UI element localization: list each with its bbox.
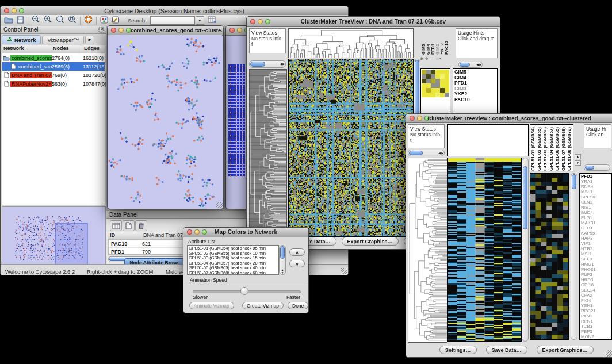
gene-label[interactable]: YRA1 (581, 179, 610, 184)
tab-network[interactable]: Network (2, 35, 41, 44)
scroll-left-icon[interactable]: ◀ (476, 63, 479, 66)
dna-status-hscrollbar[interactable]: ◀▶ (249, 60, 286, 68)
mini-tool-icon[interactable]: ↕ (436, 56, 438, 62)
minimize-icon[interactable] (118, 28, 124, 33)
scroll-right-icon[interactable]: ▶ (282, 63, 285, 66)
attribute-list-item[interactable]: GPL51-02 (GSM855) heat shock 10 min (189, 251, 277, 256)
zoom-fit-icon[interactable] (68, 15, 76, 26)
matrix-cell[interactable] (426, 74, 431, 79)
gene-label[interactable]: PUF3 (581, 272, 610, 277)
row-dendrogram-canvas[interactable] (249, 69, 287, 237)
matrix-cell[interactable] (435, 93, 440, 97)
gene-label[interactable]: PAN1 (581, 313, 610, 319)
matrix-cell[interactable] (426, 70, 431, 74)
col-network[interactable]: Network (2, 45, 51, 53)
mini-tool-icon[interactable]: ▪ (439, 56, 441, 62)
gene-label[interactable]: RPN1 (581, 319, 610, 324)
help-lifebuoy-icon[interactable] (84, 15, 93, 26)
close-icon[interactable] (230, 28, 235, 33)
annotation-icon[interactable] (112, 16, 120, 26)
network-tree-row[interactable]: DNA and Tran 07769(0)183728(0) (2, 71, 105, 79)
move-down-button[interactable]: ∨ (289, 260, 305, 267)
matrix-cell[interactable] (422, 88, 426, 93)
scroll-thumb[interactable] (585, 166, 594, 170)
gene-label[interactable]: RNR4 (581, 184, 610, 189)
dense-network-canvas[interactable] (228, 64, 247, 177)
network-tree-row[interactable]: RNAPuberNov2+563(0)107847(0) (2, 79, 105, 88)
network-titlebar[interactable]: combined_scores_good.txt--cluste... (108, 26, 223, 36)
matrix-cell[interactable] (431, 70, 435, 74)
gene-label[interactable]: HMG1 (581, 262, 610, 267)
gene-label[interactable]: YSH1 (581, 303, 610, 308)
search-dropdown-button[interactable]: ▼ (196, 16, 204, 25)
scroll-down-icon[interactable]: ▼ (575, 160, 581, 166)
matrix-cell[interactable] (435, 79, 440, 83)
col-edges[interactable]: Edges (82, 45, 105, 53)
network-tree-row[interactable]: combined_sco2569(6)13112(15) (2, 62, 105, 71)
search-input[interactable] (150, 16, 195, 25)
matrix-cell[interactable] (431, 93, 435, 97)
zoom-vscrollbar[interactable] (571, 173, 577, 340)
scroll-thumb[interactable] (460, 63, 470, 67)
scroll-right-icon[interactable]: ▶ (479, 63, 481, 66)
gene-label[interactable]: SPC98 (581, 194, 610, 200)
zoom-out-icon[interactable] (32, 15, 40, 26)
done-button[interactable]: Done (288, 302, 308, 309)
float-panel-icon[interactable] (98, 27, 104, 34)
matrix-cell[interactable] (435, 83, 440, 88)
matrix-cell[interactable] (431, 79, 435, 83)
zoom-in-icon[interactable] (44, 15, 52, 26)
dna-genes-hscrollbar[interactable]: ◀▶ (458, 62, 483, 68)
matrix-cell[interactable] (445, 74, 449, 79)
resize-grip[interactable] (341, 268, 347, 274)
resize-grip[interactable] (606, 350, 612, 357)
gene-label[interactable]: MAK31 (581, 220, 610, 225)
matrix-cell[interactable] (422, 70, 426, 74)
attribute-list-item[interactable]: GPL51-06 (GSM865) heat shock 40 min (189, 266, 277, 271)
attribute-list-item[interactable]: GPL51-03 (GSM856) heat shock 15 min (189, 256, 277, 261)
matrix-cell[interactable] (422, 83, 426, 88)
gene-label[interactable]: KAP95 (581, 231, 610, 236)
zoom-matrix[interactable] (422, 70, 449, 97)
open-file-icon[interactable] (4, 16, 13, 26)
combined-settings-button[interactable]: Settings… (439, 346, 477, 354)
scroll-thumb[interactable] (572, 174, 576, 189)
mini-tool-icon[interactable]: ↔ (430, 56, 434, 62)
gene-label[interactable]: GPI16 (581, 282, 610, 288)
matrix-cell[interactable] (435, 70, 440, 74)
row-dendrogram-canvas[interactable] (408, 158, 447, 343)
scroll-down-icon[interactable]: ▼ (281, 271, 284, 274)
combined-status-hscrollbar[interactable]: ◀▶ (408, 150, 445, 156)
attribute-browser-icon[interactable] (208, 16, 216, 26)
matrix-cell[interactable] (445, 88, 449, 93)
matrix-cell[interactable] (445, 83, 449, 88)
matrix-cell[interactable] (440, 88, 445, 93)
gene-label[interactable]: PHO81 (581, 267, 610, 272)
scroll-right-icon[interactable]: ▶ (441, 152, 443, 155)
matrix-cell[interactable] (431, 88, 435, 93)
scroll-left-icon[interactable]: ◀ (438, 152, 441, 155)
attribute-list-item[interactable]: GPL51-01 (GSM854) heat shock 05 min (189, 246, 277, 251)
matrix-cell[interactable] (435, 74, 440, 79)
minimize-icon[interactable] (237, 28, 242, 33)
attribute-table-icon[interactable] (110, 220, 122, 231)
gene-label[interactable]: HRD3 (581, 277, 610, 282)
matrix-cell[interactable] (445, 79, 449, 83)
matrix-cell[interactable] (422, 74, 426, 79)
birdseye-navigator-canvas[interactable] (2, 206, 106, 267)
mini-tool-icon[interactable]: ⊕ (420, 56, 423, 62)
main-titlebar[interactable]: Cytoscape Desktop (Session Name: collins… (1, 6, 348, 16)
resize-grip[interactable] (216, 202, 223, 208)
col-id[interactable]: ID (108, 232, 141, 239)
gene-label[interactable]: MSL1 (581, 189, 610, 194)
gene-name-list[interactable]: PFD1YRA1RNR4MSL1SPC98CLN1NIS1BUD4ELG1MAK… (579, 173, 612, 340)
network-tree-row[interactable]: combined_scores2764(0)16218(0) (2, 53, 105, 62)
gene-label[interactable]: PFD1 (581, 174, 610, 179)
zoom-heatmap-canvas[interactable] (530, 173, 569, 340)
attribute-list-item[interactable]: GPL51-04 (GSM857) heat shock 20 min (189, 261, 277, 266)
scroll-up-icon[interactable]: ▲ (575, 154, 581, 159)
matrix-cell[interactable] (445, 93, 449, 97)
matrix-cell[interactable] (440, 93, 445, 97)
vizmapper-icon[interactable] (100, 16, 108, 26)
matrix-cell[interactable] (440, 74, 445, 79)
